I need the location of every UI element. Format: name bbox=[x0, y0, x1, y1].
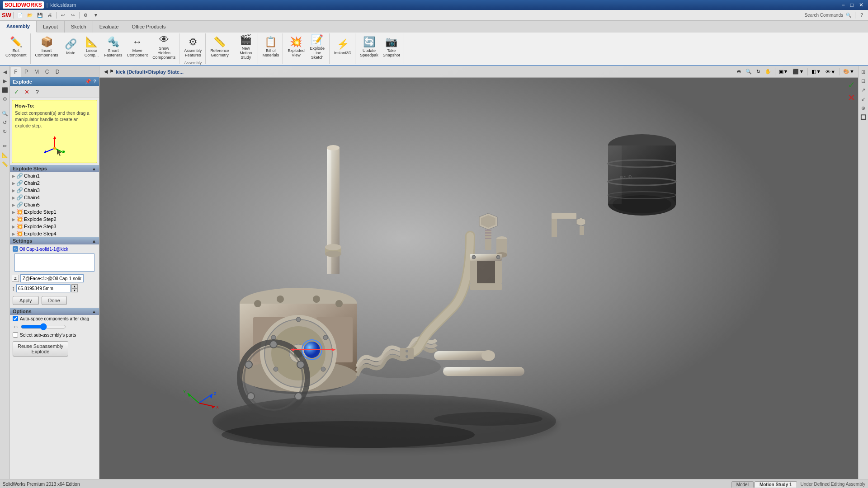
left-icon-3[interactable]: ⬛ bbox=[1, 86, 9, 94]
lp-tab-pm[interactable]: P bbox=[21, 67, 31, 77]
rotate-button[interactable]: ↻ bbox=[755, 67, 762, 76]
close-button[interactable]: ✕ bbox=[857, 2, 865, 8]
rt-btn-3[interactable]: ↗ bbox=[859, 86, 868, 94]
open-button[interactable]: 📂 bbox=[25, 11, 34, 19]
display-style-button[interactable]: ▣▼ bbox=[777, 67, 790, 76]
redo-button[interactable]: ↪ bbox=[68, 11, 77, 19]
keep-visible-icon[interactable]: 📌 bbox=[85, 79, 91, 84]
rt-btn-2[interactable]: ⊟ bbox=[859, 77, 868, 85]
explode-steps-collapse[interactable]: ▲ bbox=[92, 166, 96, 171]
rebuild-button[interactable]: ⚙ bbox=[81, 11, 90, 19]
left-icon-10[interactable]: 📏 bbox=[1, 160, 9, 168]
undo-button[interactable]: ↩ bbox=[58, 11, 67, 19]
distance-input[interactable] bbox=[16, 284, 71, 292]
new-motion-study-button[interactable]: 🎬 NewMotionStudy bbox=[236, 34, 256, 60]
left-icon-1[interactable]: ◀ bbox=[1, 68, 9, 76]
save-button[interactable]: 💾 bbox=[35, 11, 44, 19]
options-header[interactable]: Options ▲ bbox=[10, 308, 99, 315]
viewport-cancel-button[interactable]: ✕ bbox=[848, 92, 855, 103]
cancel-button[interactable]: ✕ bbox=[22, 87, 31, 96]
left-icon-8[interactable]: ✏ bbox=[1, 142, 9, 150]
tree-item-chain4[interactable]: ▶ 🔗 Chain4 bbox=[10, 194, 99, 201]
hide-show-button[interactable]: 👁▼ bbox=[824, 67, 837, 76]
appearance-button[interactable]: 🎨▼ bbox=[841, 67, 856, 76]
left-icon-7[interactable]: ↻ bbox=[1, 127, 9, 136]
tree-item-chain3[interactable]: ▶ 🔗 Chain3 bbox=[10, 187, 99, 194]
edit-component-button[interactable]: ✏️ EditComponent bbox=[4, 34, 28, 60]
help-button-panel[interactable]: ? bbox=[33, 87, 42, 96]
rt-btn-4[interactable]: ↙ bbox=[859, 95, 868, 103]
explode-line-sketch-button[interactable]: 📝 ExplodeLineSketch bbox=[307, 34, 327, 60]
confirm-button[interactable]: ✓ bbox=[12, 87, 21, 96]
new-button[interactable]: 📄 bbox=[15, 11, 24, 19]
left-icon-2[interactable]: ▶ bbox=[1, 77, 9, 85]
auto-space-checkbox[interactable] bbox=[13, 316, 18, 321]
tree-item-chain2[interactable]: ▶ 🔗 Chain2 bbox=[10, 179, 99, 187]
component-selection-box[interactable] bbox=[14, 253, 94, 272]
explode-steps-header[interactable]: Explode Steps ▲ bbox=[10, 165, 99, 172]
mate-button[interactable]: 🔗 Mate bbox=[61, 34, 81, 60]
spacing-slider[interactable] bbox=[21, 323, 66, 330]
maximize-button[interactable]: □ bbox=[849, 2, 855, 8]
options-collapse[interactable]: ▲ bbox=[92, 309, 96, 314]
rt-btn-6[interactable]: 🔲 bbox=[859, 113, 868, 121]
minimize-button[interactable]: − bbox=[840, 2, 847, 8]
tab-sketch[interactable]: Sketch bbox=[65, 21, 93, 33]
tree-item-explode-step2[interactable]: ▶ 💥 Explode Step2 bbox=[10, 216, 99, 223]
view-orient-button[interactable]: ⬛▼ bbox=[791, 67, 806, 76]
tab-evaluate[interactable]: Evaluate bbox=[93, 21, 126, 33]
lp-tab-features[interactable]: F bbox=[11, 67, 21, 77]
left-icon-9[interactable]: 📐 bbox=[1, 151, 9, 159]
section-view-button[interactable]: ◧▼ bbox=[810, 67, 823, 76]
viewport[interactable]: ◀ ⚑ kick (Default<Display State... ⊕ 🔍 ↻… bbox=[99, 66, 858, 479]
search-button[interactable]: 🔍 bbox=[844, 11, 853, 19]
select-sub-checkbox[interactable] bbox=[13, 332, 18, 338]
left-icon-5[interactable]: 🔍 bbox=[1, 109, 9, 117]
pan-button[interactable]: ✋ bbox=[763, 67, 773, 76]
zoom-in-button[interactable]: 🔍 bbox=[744, 67, 754, 76]
take-snapshot-button[interactable]: 📷 TakeSnapshot bbox=[381, 34, 402, 60]
tab-layout[interactable]: Layout bbox=[37, 21, 65, 33]
done-button[interactable]: Done bbox=[42, 296, 67, 305]
left-icon-6[interactable]: ↺ bbox=[1, 118, 9, 127]
lp-tab-config[interactable]: C bbox=[42, 67, 52, 77]
tree-item-chain1[interactable]: ▶ 🔗 Chain1 bbox=[10, 172, 99, 179]
help-button[interactable]: ? bbox=[857, 11, 866, 19]
update-speedpak-button[interactable]: 🔄 UpdateSpeedpak bbox=[358, 34, 380, 60]
tab-assembly[interactable]: Assembly bbox=[0, 21, 37, 33]
assembly-features-button[interactable]: ⚙ AssemblyFeatures bbox=[182, 34, 203, 60]
rt-btn-1[interactable]: ⊞ bbox=[859, 68, 868, 76]
exploded-view-button[interactable]: 💥 ExplodedView bbox=[286, 34, 307, 60]
rt-btn-5[interactable]: ⊕ bbox=[859, 104, 868, 112]
tree-item-explode-step3[interactable]: ▶ 💥 Explode Step3 bbox=[10, 223, 99, 230]
lp-tab-motion[interactable]: M bbox=[32, 67, 42, 77]
zoom-to-fit-button[interactable]: ⊕ bbox=[735, 67, 743, 76]
reference-geometry-button[interactable]: 📏 ReferenceGeometry bbox=[208, 34, 231, 60]
titlebar-controls[interactable]: − □ ✕ bbox=[840, 2, 865, 8]
linear-component-button[interactable]: 📐 LinearComp... bbox=[82, 34, 102, 60]
face-input[interactable] bbox=[20, 274, 84, 282]
insert-components-button[interactable]: 📦 InsertComponents bbox=[33, 34, 60, 60]
motion-study-tab[interactable]: Motion Study 1 bbox=[755, 481, 797, 488]
bill-of-materials-button[interactable]: 📋 Bill ofMaterials bbox=[261, 34, 281, 60]
tab-office-products[interactable]: Office Products bbox=[125, 21, 172, 33]
distance-down[interactable]: ▼ bbox=[71, 288, 78, 292]
options-button[interactable]: ▼ bbox=[91, 11, 100, 19]
instant3d-button[interactable]: ⚡ Instant3D bbox=[332, 34, 354, 60]
move-component-button[interactable]: ↔️ MoveComponent bbox=[125, 34, 150, 60]
tree-item-explode-step1[interactable]: ▶ 💥 Explode Step1 bbox=[10, 208, 99, 216]
tree-item-explode-step4[interactable]: ▶ 💥 Explode Step4 bbox=[10, 230, 99, 237]
show-hidden-button[interactable]: 👁 ShowHiddenComponents bbox=[151, 34, 177, 60]
tree-item-chain5[interactable]: ▶ 🔗 Chain5 bbox=[10, 201, 99, 208]
print-button[interactable]: 🖨 bbox=[45, 11, 54, 19]
settings-header[interactable]: Settings ▲ bbox=[10, 237, 99, 244]
lp-tab-dm[interactable]: D bbox=[52, 67, 62, 77]
model-tab[interactable]: Model bbox=[731, 481, 754, 488]
reuse-subassembly-button[interactable]: Reuse Subassembly Explode bbox=[13, 341, 68, 357]
viewport-confirm-button[interactable]: ✓ bbox=[848, 80, 855, 90]
smart-fasteners-button[interactable]: 🔩 SmartFasteners bbox=[103, 34, 124, 60]
left-icon-4[interactable]: ⚙ bbox=[1, 95, 9, 103]
help-panel-icon[interactable]: ? bbox=[93, 79, 96, 84]
apply-button[interactable]: Apply bbox=[13, 296, 39, 305]
settings-collapse[interactable]: ▲ bbox=[92, 239, 96, 244]
